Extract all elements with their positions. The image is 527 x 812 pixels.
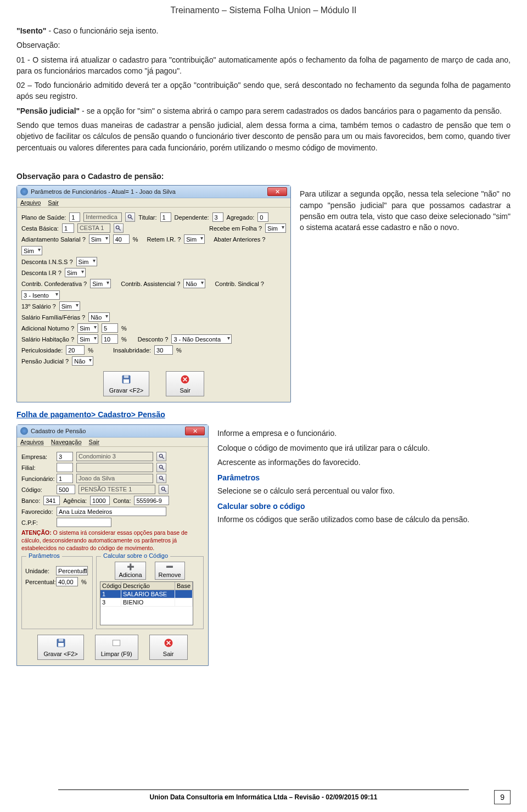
lbl-desconta-ir: Desconta I.R ? [21,270,61,276]
plus-icon: ➕ [127,563,134,570]
table-row[interactable]: 3 BIENIO [100,598,193,607]
banco-input[interactable] [43,496,60,505]
pct-label: % [88,347,93,354]
para-pensao-rest: - se a opção for "sim" o sistema abrirá … [80,107,502,115]
sair-button[interactable]: Sair [166,371,204,396]
nav-path-pensao[interactable]: Folha de pagamento> Cadastro> Pensão [16,410,165,419]
assist-select[interactable]: Não [183,279,205,288]
dependente-input[interactable] [212,212,223,222]
cesta-nome-display: CESTA 1 [77,223,110,233]
peric-input[interactable] [66,345,85,355]
lbl-salario-habitacao: Salário Habitação ? [21,336,74,343]
ir-select[interactable]: Sim [65,268,86,277]
sindical-select[interactable]: 3 - Isento [21,290,60,300]
lbl-contrib-assist: Contrib. Assistencial ? [121,281,180,287]
adnot-select[interactable]: Sim [77,323,98,333]
lbl-favorecido: Favorecido: [21,508,53,515]
agencia-input[interactable] [90,496,110,505]
lbl-conta: Conta: [113,497,131,504]
lbl-dependente: Dependente: [175,214,209,221]
menu-navegacao[interactable]: Navegação [51,439,82,445]
desconto-select[interactable]: 3 - Não Desconta [171,334,232,344]
menu-arquivo[interactable]: Arquivo [20,199,41,206]
search-icon[interactable] [114,223,124,233]
menu-arquivos[interactable]: Arquivos [20,439,44,445]
search-icon[interactable] [156,452,166,461]
retem-ir-select[interactable]: Sim [184,234,205,244]
win-cadastro-pensao: Cadastro de Pensão ✕ Arquivos Navegação … [16,424,209,666]
pct-label: % [176,347,182,354]
close-icon[interactable]: ✕ [267,187,287,196]
menu-sair[interactable]: Sair [89,439,100,445]
pct-label: % [121,336,127,343]
remove-button[interactable]: ➖ Remove [155,562,185,580]
pct-label: % [121,325,127,332]
codigos-grid[interactable]: Código Descrição Base 1 SALARIO BASE [100,581,193,625]
search-icon[interactable] [156,474,166,483]
para-isento: "Isento" - Caso o funcionário seja isent… [16,25,511,36]
win1-menubar: Arquivo Sair [17,198,290,208]
sair-button[interactable]: Sair [149,635,188,660]
cpf-input[interactable] [57,518,111,527]
svg-rect-18 [58,643,64,647]
gravar-button[interactable]: Gravar <F2> [103,371,149,396]
para-isento-prefix: "Isento" [16,26,47,35]
lbl-desconto: Desconto ? [138,336,169,343]
lbl-insalubridade: Insalubridade: [113,347,151,354]
lbl-empresa: Empresa: [21,453,53,460]
pensao-select[interactable]: Não [72,356,93,366]
para-obs-label: Observação: [16,40,511,51]
unidade-select[interactable]: Percentual [56,566,88,575]
empresa-input[interactable] [57,452,73,461]
favorecido-input[interactable] [57,507,166,516]
search-icon[interactable] [159,485,169,494]
abater-ant-select[interactable]: Sim [21,246,42,255]
page-footer: Union Data Consultoria em Informática Lt… [58,789,469,801]
win2-titlebar[interactable]: Cadastro de Pensão ✕ [17,425,208,438]
grid-header-descricao: Descrição [121,582,175,590]
adiciona-button[interactable]: ➕ Adiciona [115,562,145,580]
lbl-salfam-ferias: Salário Família/Férias ? [21,314,85,321]
plano-cod-input[interactable] [69,212,80,222]
sal13-select[interactable]: Sim [59,301,80,311]
agregado-input[interactable] [257,212,268,222]
svg-line-3 [119,228,121,230]
gravar-button[interactable]: Gravar <F2> [37,635,83,660]
habit-pct-input[interactable] [102,334,118,344]
page-header: Treinamento – Sistema Folha Union – Módu… [16,5,511,15]
menu-sair[interactable]: Sair [48,199,59,206]
percentual-input[interactable] [56,577,78,586]
habit-select[interactable]: Sim [77,334,98,344]
search-icon[interactable] [156,463,166,472]
cesta-cod-input[interactable] [62,223,74,233]
win2-menubar: Arquivos Navegação Sair [17,438,208,447]
exit-icon [180,374,190,386]
inss-select[interactable]: Sim [76,257,97,266]
adnot-pct-input[interactable] [102,323,118,333]
filial-input[interactable] [57,463,73,472]
lbl-retem-ir: Retem I.R. ? [147,236,181,243]
svg-line-1 [131,217,132,219]
filial-nome-display [76,463,153,472]
win1-title: Parâmetros de Funcionários - Atual= 1 - … [31,188,267,195]
close-icon[interactable]: ✕ [185,427,205,435]
salfam-select[interactable]: Não [88,312,110,322]
lbl-cpf: C.P.F: [21,519,53,526]
para-obs-1: 01 - O sistema irá atualizar o cadastro … [16,54,511,77]
side2-b: Coloque o código de movimento que irá ut… [217,443,511,453]
conta-input[interactable] [134,496,169,505]
adiant-select[interactable]: Sim [89,234,110,244]
recebe-folha-select[interactable]: Sim [265,223,286,233]
win1-titlebar[interactable]: Parâmetros de Funcionários - Atual= 1 - … [17,186,290,198]
search-icon[interactable] [125,212,135,222]
insal-input[interactable] [154,345,173,355]
limpar-button[interactable]: Limpar (F9) [95,635,138,660]
win-app-icon [20,427,28,435]
func-input[interactable] [57,474,73,483]
codigo-input[interactable] [57,485,75,494]
cell-base [175,590,193,598]
confed-select[interactable]: Sim [90,279,111,288]
adiant-pct-input[interactable] [113,234,130,244]
titular-input[interactable] [160,212,171,222]
table-row[interactable]: 1 SALARIO BASE [100,590,193,598]
